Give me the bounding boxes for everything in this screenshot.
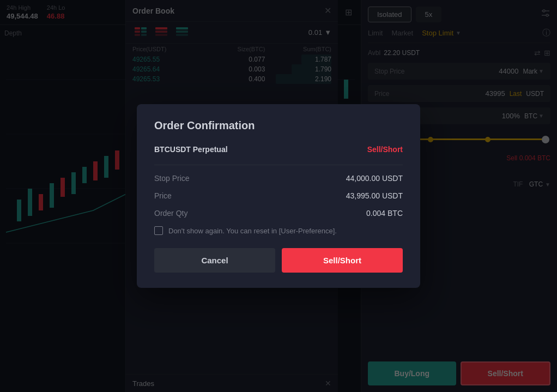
modal-price-value: 43,995.00 USDT xyxy=(346,191,403,200)
modal-qty-value: 0.004 BTC xyxy=(366,209,403,218)
modal-cancel-btn[interactable]: Cancel xyxy=(154,248,275,273)
modal-stop-price-row: Stop Price 44,000.00 USDT xyxy=(154,174,403,183)
modal-instrument-side: Sell/Short xyxy=(367,145,403,154)
modal-divider xyxy=(154,165,403,165)
modal-price-row: Price 43,995.00 USDT xyxy=(154,191,403,200)
modal-stop-price-label: Stop Price xyxy=(154,174,190,183)
dont-show-label: Don't show again. You can reset in [User… xyxy=(168,227,337,235)
order-confirmation-modal: Order Confirmation BTCUSDT Perpetual Sel… xyxy=(137,104,420,288)
modal-price-label: Price xyxy=(154,191,172,200)
modal-qty-row: Order Qty 0.004 BTC xyxy=(154,209,403,218)
modal-qty-label: Order Qty xyxy=(154,209,187,218)
modal-actions: Cancel Sell/Short xyxy=(154,248,403,273)
modal-instrument-row: BTCUSDT Perpetual Sell/Short xyxy=(154,145,403,154)
modal-title: Order Confirmation xyxy=(154,119,403,132)
modal-confirm-btn[interactable]: Sell/Short xyxy=(282,248,403,273)
modal-checkbox-row: Don't show again. You can reset in [User… xyxy=(154,226,403,235)
dont-show-checkbox[interactable] xyxy=(154,226,163,235)
modal-stop-price-value: 44,000.00 USDT xyxy=(346,174,403,183)
modal-instrument-name: BTCUSDT Perpetual xyxy=(154,145,228,154)
modal-overlay: Order Confirmation BTCUSDT Perpetual Sel… xyxy=(0,0,557,392)
